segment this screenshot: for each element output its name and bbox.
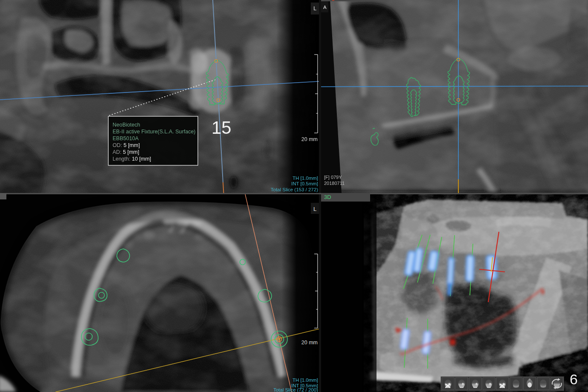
svg-text:Total Slice (153 / 272): Total Slice (153 / 272): [271, 187, 318, 192]
svg-text:15: 15: [211, 118, 232, 138]
svg-text:INT [0.5mm]: INT [0.5mm]: [291, 181, 318, 186]
svg-text:[F] 079Y: [F] 079Y: [324, 175, 342, 180]
svg-text:6: 6: [570, 371, 578, 387]
svg-text:OD: 5 [mm]: OD: 5 [mm]: [113, 142, 140, 148]
svg-text:TH [1.0mm]: TH [1.0mm]: [293, 378, 318, 383]
svg-text:20180711: 20180711: [324, 181, 345, 186]
svg-text:L: L: [313, 206, 316, 212]
svg-text:EB-II active Fixture(S.L.A. Su: EB-II active Fixture(S.L.A. Surface): [113, 129, 196, 135]
svg-text:Length: 10 [mm]: Length: 10 [mm]: [113, 156, 151, 162]
svg-text:20 mm: 20 mm: [301, 136, 318, 142]
svg-text:EBB5010A: EBB5010A: [113, 135, 139, 141]
svg-text:AD: 5 [mm]: AD: 5 [mm]: [113, 149, 139, 155]
svg-text:TH [1.0mm]: TH [1.0mm]: [293, 176, 318, 181]
svg-text:A: A: [323, 5, 327, 10]
svg-text:NeoBiotech: NeoBiotech: [113, 122, 140, 128]
svg-text:Total Slice (72 / 200): Total Slice (72 / 200): [273, 387, 318, 392]
svg-text:20 mm: 20 mm: [301, 340, 318, 346]
svg-text:L: L: [313, 5, 316, 12]
